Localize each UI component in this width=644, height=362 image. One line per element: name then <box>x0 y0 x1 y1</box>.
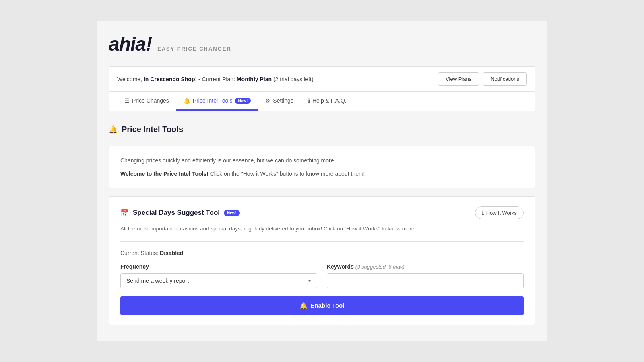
enable-tool-icon: 🔔 <box>300 302 308 309</box>
status-value: Disabled <box>160 250 183 256</box>
welcome-bar: Welcome, In Crescendo Shop! - Current Pl… <box>109 66 535 92</box>
tab-price-changes[interactable]: ☰ Price Changes <box>117 92 176 111</box>
how-it-works-circle-icon: ℹ <box>482 210 484 216</box>
welcome-prefix: Welcome, <box>117 76 144 82</box>
tab-price-intel-tools[interactable]: 🔔 Price Intel Tools New! <box>176 92 258 111</box>
logo-section: ahia! EASY PRICE CHANGER <box>109 33 535 55</box>
status-line: Current Status: Disabled <box>120 250 524 256</box>
how-it-works-button[interactable]: ℹ How it Works <box>475 206 524 219</box>
frequency-label: Frequency <box>120 263 317 270</box>
tool-badge: New! <box>224 210 240 216</box>
page-title: Price Intel Tools <box>122 125 183 134</box>
plan-name: Monthly Plan <box>237 76 272 82</box>
welcome-message: Welcome, In Crescendo Shop! - Current Pl… <box>117 76 314 82</box>
enable-tool-label: Enable Tool <box>311 302 345 309</box>
tool-card-header: 📅 Special Days Suggest Tool New! ℹ How i… <box>120 206 524 219</box>
form-row: Frequency Send me a weekly report Send m… <box>120 263 524 288</box>
tool-description: All the most important occasions and spe… <box>120 225 524 233</box>
tool-title-area: 📅 Special Days Suggest Tool New! <box>120 209 240 217</box>
trial-info: (2 trial days left) <box>272 76 313 82</box>
nav-tabs: ☰ Price Changes 🔔 Price Intel Tools New!… <box>109 92 535 111</box>
settings-icon: ⚙ <box>265 97 270 104</box>
frequency-group: Frequency Send me a weekly report Send m… <box>120 263 317 288</box>
logo-text: ahia! <box>109 33 152 55</box>
keywords-group: Keywords (3 suggested, 6 max) <box>327 263 524 288</box>
price-intel-badge: New! <box>235 98 251 104</box>
tab-price-changes-label: Price Changes <box>132 97 169 104</box>
tool-title: Special Days Suggest Tool <box>133 209 220 217</box>
intro-line1: Changing prices quickly and efficiently … <box>120 156 524 165</box>
intro-bold: Welcome to the Price Intel Tools! <box>120 171 208 177</box>
intro-suffix: Click on the "How it Works" buttons to k… <box>208 171 365 177</box>
intro-line2: Welcome to the Price Intel Tools! Click … <box>120 169 524 178</box>
page-header: 🔔 Price Intel Tools <box>109 121 535 138</box>
tab-settings[interactable]: ⚙ Settings <box>258 92 301 111</box>
info-card: Changing prices quickly and efficiently … <box>109 146 535 188</box>
shop-name: In Crescendo Shop! <box>144 76 197 82</box>
logo-tagline: EASY PRICE CHANGER <box>157 46 231 52</box>
tab-help-label: Help & F.A.Q. <box>312 97 347 104</box>
status-label: Current Status: <box>120 250 160 256</box>
tool-card: 📅 Special Days Suggest Tool New! ℹ How i… <box>109 196 535 325</box>
welcome-actions: View Plans Notifications <box>438 72 527 86</box>
tab-settings-label: Settings <box>273 97 293 104</box>
how-it-works-label: How it Works <box>486 210 517 216</box>
tab-price-intel-label: Price Intel Tools <box>193 97 233 104</box>
price-intel-icon: 🔔 <box>184 97 190 104</box>
price-changes-icon: ☰ <box>124 97 130 104</box>
divider <box>120 241 524 242</box>
tab-help-faq[interactable]: ℹ Help & F.A.Q. <box>301 92 354 111</box>
frequency-select[interactable]: Send me a weekly report Send me a daily … <box>120 273 317 288</box>
view-plans-button[interactable]: View Plans <box>438 72 479 86</box>
plan-prefix: - Current Plan: <box>197 76 237 82</box>
keywords-input[interactable] <box>327 273 524 288</box>
keywords-hint: (3 suggested, 6 max) <box>355 264 405 270</box>
enable-tool-button[interactable]: 🔔 Enable Tool <box>120 296 524 315</box>
notifications-button[interactable]: Notifications <box>483 72 527 86</box>
help-icon: ℹ <box>308 97 310 104</box>
keywords-label: Keywords (3 suggested, 6 max) <box>327 263 524 270</box>
main-container: ahia! EASY PRICE CHANGER Welcome, In Cre… <box>97 21 547 341</box>
tool-icon: 📅 <box>120 209 129 217</box>
page-header-icon: 🔔 <box>109 125 118 134</box>
